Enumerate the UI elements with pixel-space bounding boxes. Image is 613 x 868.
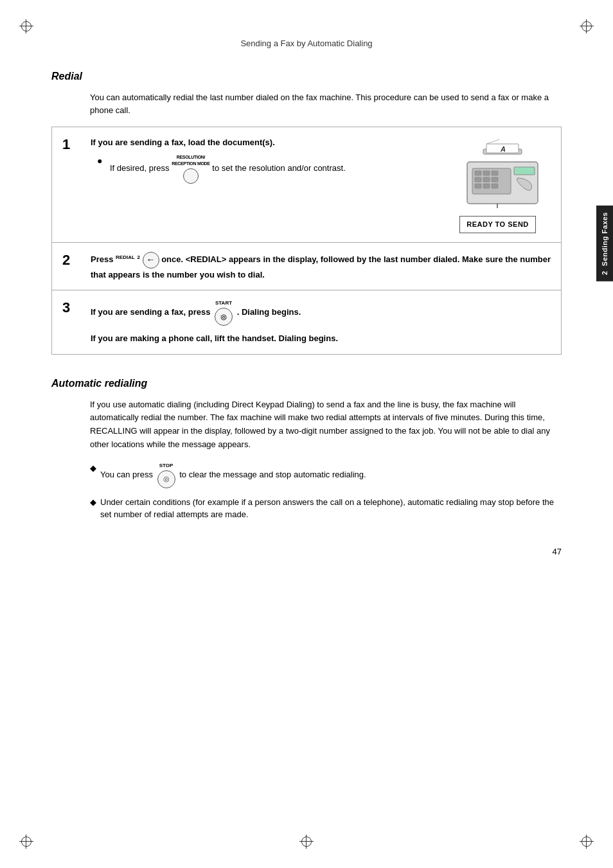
diamond-icon-1: ◆ bbox=[90, 462, 96, 475]
svg-text:A: A bbox=[500, 145, 506, 153]
step-3-number: 3 bbox=[62, 299, 82, 345]
reg-mark-bottom-left bbox=[19, 835, 33, 849]
svg-rect-12 bbox=[475, 184, 481, 188]
reg-mark-top-right bbox=[580, 19, 594, 33]
auto-redialing-section: Automatic redialing If you use automatic… bbox=[51, 378, 562, 521]
redial-section: Redial You can automatically redial the … bbox=[51, 71, 562, 355]
svg-rect-14 bbox=[492, 184, 498, 188]
header-title: Sending a Fax by Automatic Dialing bbox=[240, 39, 372, 48]
side-tab: 2 Sending Faxes bbox=[596, 206, 613, 281]
auto-bullet-2-text: Under certain conditions (for example if… bbox=[100, 496, 562, 521]
redial-title: Redial bbox=[51, 71, 562, 82]
svg-rect-7 bbox=[483, 171, 490, 175]
resolution-btn-icon[interactable] bbox=[183, 168, 199, 184]
side-tab-text: 2 Sending Faxes bbox=[601, 212, 609, 275]
instruction-box: 1 If you are sending a fax, load the doc… bbox=[51, 127, 562, 355]
step-3-row: 3 If you are sending a fax, press START … bbox=[52, 290, 561, 354]
svg-rect-13 bbox=[483, 184, 490, 188]
redial-key-wrap: REDIAL 2 ← bbox=[116, 252, 159, 269]
page-container: 2 Sending Faxes Sending a Fax by Automat… bbox=[0, 0, 613, 868]
diamond-icon-2: ◆ bbox=[90, 496, 96, 509]
start-label: START bbox=[215, 299, 233, 307]
step-1-main-text: If you are sending a fax, load the docum… bbox=[91, 137, 275, 147]
svg-rect-10 bbox=[483, 177, 490, 182]
auto-bullet-2: ◆ Under certain conditions (for example … bbox=[90, 496, 562, 521]
redial-label: REDIAL bbox=[116, 254, 135, 260]
step-1-content: If you are sending a fax, load the docum… bbox=[91, 136, 551, 233]
step-1-sub-text: If desired, press RESOLUTION/RECEPTION M… bbox=[110, 154, 346, 184]
ready-to-send-display: READY TO SEND bbox=[459, 216, 536, 233]
start-key-wrap: START ◎ bbox=[215, 299, 233, 326]
step-1-bullet: ● If desired, press RESOLUTION/RECEPTION… bbox=[97, 154, 438, 184]
stop-label: STOP bbox=[157, 462, 175, 470]
start-key-button[interactable]: ◎ bbox=[215, 308, 233, 326]
svg-rect-15 bbox=[514, 167, 535, 175]
svg-rect-6 bbox=[475, 171, 481, 175]
fax-machine-illustration: A bbox=[448, 136, 547, 213]
step-2-number: 2 bbox=[62, 252, 82, 281]
stop-key-wrap: STOP ◎ bbox=[157, 462, 175, 488]
reg-mark-bottom-mid bbox=[299, 835, 314, 849]
step-2-text2: once. <REDIAL> appears in the display, f… bbox=[91, 254, 551, 279]
redial-num: 2 bbox=[137, 254, 139, 260]
step-1-row: 1 If you are sending a fax, load the doc… bbox=[52, 127, 561, 243]
page-header: Sending a Fax by Automatic Dialing bbox=[51, 39, 562, 51]
step-3-content: If you are sending a fax, press START ◎ … bbox=[91, 299, 551, 345]
resolution-label: RESOLUTION/RECEPTION MODE bbox=[172, 154, 210, 168]
auto-title: Automatic redialing bbox=[51, 378, 562, 389]
auto-bullet-1-text: You can press STOP ◎ to clear the messag… bbox=[100, 462, 562, 488]
page-number: 47 bbox=[51, 547, 562, 556]
svg-rect-9 bbox=[475, 177, 481, 182]
step-3-text1: If you are sending a fax, press bbox=[91, 307, 210, 317]
svg-line-4 bbox=[486, 139, 499, 144]
step-1-number: 1 bbox=[62, 136, 82, 233]
step-3-phone-text: If you are making a phone call, lift the… bbox=[91, 333, 338, 343]
svg-rect-8 bbox=[492, 171, 498, 175]
reg-mark-top-left bbox=[19, 19, 33, 33]
reg-mark-bottom-right bbox=[580, 835, 594, 849]
resolution-key[interactable]: RESOLUTION/RECEPTION MODE bbox=[172, 154, 210, 184]
redial-intro: You can automatically redial the last nu… bbox=[90, 91, 562, 116]
stop-key-button[interactable]: ◎ bbox=[157, 470, 175, 488]
step-2-row: 2 Press REDIAL 2 ← once. <REDIAL> appear… bbox=[52, 243, 561, 291]
step-2-content: Press REDIAL 2 ← once. <REDIAL> appears … bbox=[91, 252, 551, 281]
bullet-dot: ● bbox=[97, 154, 107, 168]
step-3-text2: . Dialing begins. bbox=[237, 307, 301, 317]
step-2-text1: Press bbox=[91, 254, 113, 264]
svg-rect-11 bbox=[492, 177, 498, 182]
auto-bullet-1: ◆ You can press STOP ◎ to clear the mess… bbox=[90, 462, 562, 488]
redial-arrow-key[interactable]: ← bbox=[143, 252, 159, 269]
step-1-image-area: A bbox=[438, 136, 551, 233]
auto-intro: If you use automatic dialing (including … bbox=[90, 398, 562, 452]
